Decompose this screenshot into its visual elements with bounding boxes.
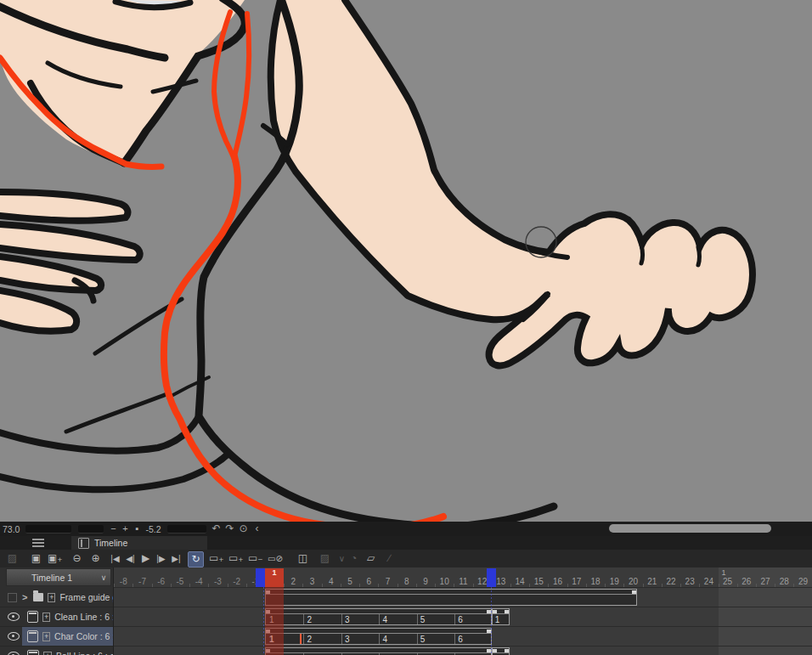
play-button[interactable]: ▶	[138, 551, 153, 566]
timeline-selector-label: Timeline 1	[7, 573, 97, 583]
pen-settings-button[interactable]: ∕	[382, 551, 397, 566]
eye-icon	[8, 632, 20, 641]
bar-header-strip	[266, 609, 491, 614]
playback-start-marker[interactable]	[256, 568, 265, 587]
next-frame-button[interactable]: |▶	[154, 551, 168, 566]
new-timeline-button[interactable]: ▣₊	[48, 551, 63, 566]
ruler-number: 10	[440, 577, 449, 586]
layer-list: Timeline 1 ∨ >+Frame guide grid+Clean Li…	[0, 567, 114, 655]
cel-number: 6	[458, 635, 463, 644]
zoom-in-button[interactable]: +	[119, 522, 131, 535]
enable-light-table-button[interactable]: ◔	[347, 551, 361, 566]
visibility-eye-icon[interactable]	[8, 652, 20, 655]
ruler-number: 28	[780, 577, 789, 586]
knuckle-crease-2	[698, 247, 700, 265]
zoom-slider-handle[interactable]	[78, 525, 104, 534]
expand-plus-icon[interactable]: +	[48, 593, 55, 602]
undo-icon[interactable]: ↶	[210, 522, 223, 535]
cel-number: 4	[382, 615, 387, 624]
cel-number: 3	[345, 635, 350, 644]
zoom-in-icon-button[interactable]: ⊕	[88, 551, 103, 566]
ruler-number: 26	[742, 577, 751, 586]
cel-bar[interactable]: 123456	[265, 647, 492, 655]
onion-skin-button[interactable]: ◫	[296, 551, 310, 566]
layer-row-3[interactable]: +Char Color : 6 : cel	[0, 627, 113, 647]
bar-handle-right[interactable]	[505, 649, 509, 652]
loop-playback-button[interactable]: ↻	[188, 551, 204, 567]
go-to-end-button[interactable]: ▶|	[169, 551, 183, 566]
enable-checkbox[interactable]	[8, 593, 17, 602]
cel-divider	[417, 634, 418, 644]
character-artwork	[0, 0, 812, 522]
ruler-number: 19	[610, 577, 619, 586]
cel-bar[interactable]: 123456	[265, 628, 492, 645]
playhead-marker[interactable]: 1	[265, 568, 284, 578]
zoom-out-button[interactable]: −	[107, 522, 119, 535]
reset-rotation-icon[interactable]: ⊙	[237, 522, 251, 535]
new-animation-folder-button[interactable]: ▭₊	[228, 551, 244, 566]
new-animation-cel-button[interactable]: ▭₊	[209, 551, 224, 566]
playback-end-marker[interactable]	[487, 568, 496, 587]
ruler-number-negative: -8	[120, 577, 127, 586]
bar-handle-left[interactable]	[493, 610, 497, 613]
prev-frame-button[interactable]: ◀|	[123, 551, 138, 566]
playback-start-line	[263, 587, 264, 655]
layer-row-2[interactable]: +Clean Line : 6 : cel	[0, 607, 113, 627]
expand-plus-icon[interactable]: +	[42, 632, 50, 641]
ruler-number: 9	[423, 577, 428, 586]
timeline-selector-dropdown[interactable]: Timeline 1 ∨	[6, 568, 111, 586]
ruler-number: 22	[666, 577, 675, 586]
expand-arrow-icon[interactable]: >	[22, 592, 27, 602]
frame-guide-bar[interactable]	[265, 589, 637, 606]
batch-change-button[interactable]: ▨	[318, 551, 332, 566]
ruler-number: 20	[629, 577, 638, 586]
visibility-eye-icon[interactable]	[8, 632, 20, 641]
cel-divider	[303, 634, 304, 644]
bar-handle-right[interactable]	[632, 590, 636, 594]
flip-view-button[interactable]: ▱	[364, 551, 378, 566]
expand-plus-icon[interactable]: +	[43, 652, 52, 655]
cel-divider	[341, 634, 342, 644]
checkbox-icon	[8, 593, 17, 602]
track-area[interactable]: -8-7-6-5-4-3-2-1123456789101112131415161…	[114, 567, 812, 655]
redo-icon[interactable]: ↷	[223, 522, 237, 535]
zoom-out-icon-button[interactable]: ⊖	[70, 551, 84, 566]
layer-row-1[interactable]: >+Frame guide grid	[0, 588, 113, 607]
timeline-panel: Timeline ▨▣▣₊⊖⊕|◀◀|▶|▶▶|↻▭₊▭₊▭₋▭⊘◫▨∨◔▱∕ …	[0, 536, 812, 655]
ruler-number: 7	[386, 577, 391, 586]
expand-plus-icon[interactable]: +	[42, 613, 50, 622]
cel-divider	[303, 614, 304, 624]
folder-icon	[33, 593, 43, 601]
fit-to-screen-button[interactable]: ▪	[131, 522, 143, 535]
cel-bar-extra[interactable]: 1	[492, 608, 510, 625]
bar-handle-right[interactable]	[505, 610, 509, 613]
convert-layer-button[interactable]: ▨	[5, 551, 20, 566]
ruler-number: 12	[477, 577, 487, 586]
row-separator	[114, 646, 812, 647]
layer-name: Frame guide grid	[59, 592, 113, 602]
cel-divider	[379, 634, 380, 644]
delete-cels-button[interactable]: ▭⊘	[268, 551, 283, 566]
ruler-number-negative: -7	[138, 577, 146, 586]
cel-bar[interactable]: 123456	[265, 608, 492, 625]
playback-end-line	[491, 587, 492, 655]
tab-timeline[interactable]: Timeline	[71, 536, 207, 550]
specify-cels-button[interactable]: ▭₋	[248, 551, 263, 566]
layer-row-4[interactable]: +Ball Line : 6 : cel	[0, 647, 113, 655]
visibility-eye-icon[interactable]	[8, 613, 20, 621]
cel-divider	[417, 614, 418, 624]
bar-handle-left[interactable]	[493, 649, 497, 652]
cel-number: 1	[495, 615, 500, 624]
go-to-start-button[interactable]: |◀	[108, 551, 122, 566]
zoom-slider[interactable]	[25, 525, 71, 534]
show-panel-button[interactable]: ▣	[29, 551, 43, 566]
rotation-slider[interactable]	[167, 525, 206, 534]
cel-layer-icon	[27, 630, 38, 642]
panel-tab-bar: Timeline	[0, 536, 812, 550]
back-icon[interactable]: ‹	[251, 522, 264, 535]
cel-divider	[341, 614, 342, 624]
panel-menu-icon[interactable]	[32, 539, 44, 547]
canvas-horizontal-scrollbar[interactable]	[609, 524, 771, 533]
drawing-canvas[interactable]	[0, 0, 812, 522]
cel-bar-extra[interactable]: 1	[492, 647, 510, 655]
